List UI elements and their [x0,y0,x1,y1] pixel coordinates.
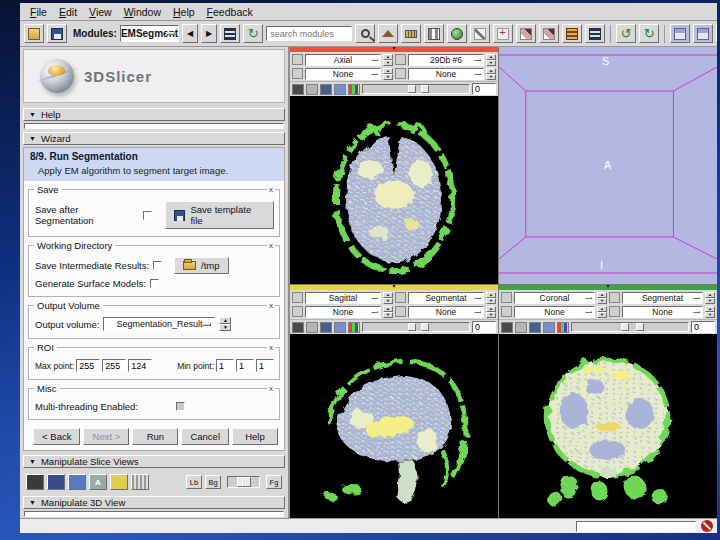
slider-handle[interactable] [621,323,629,331]
slice-visibility-button[interactable] [68,474,86,490]
sagittal-offset-field[interactable] [472,321,496,333]
section-help[interactable]: ▼ Help [23,108,285,121]
sagittal-opacity-spinner[interactable]: ▲▼ [383,292,393,304]
grid-icon[interactable] [320,84,332,95]
close-icon[interactable]: x [267,343,275,352]
coronal-orientation-dropdown[interactable]: Coronal [514,292,595,304]
axial-orientation-dropdown[interactable]: Axial [305,54,381,66]
background-layer-icon[interactable] [395,306,406,317]
coronal-background-dropdown[interactable]: None [622,306,703,318]
eye-icon[interactable] [306,322,318,333]
axial-bg-spinner[interactable]: ▲▼ [486,68,496,80]
menu-view[interactable]: View [87,5,120,19]
close-icon[interactable]: x [267,185,275,194]
sagittal-label-spinner[interactable]: ▲▼ [486,292,496,304]
measurements-button[interactable] [401,24,421,43]
slider-handle[interactable] [421,85,429,93]
annotation-button[interactable]: A [89,474,107,490]
roi-min-z-field[interactable] [256,359,274,372]
coronal-color-bar[interactable]: ▼ [499,285,717,290]
slider-handle[interactable] [408,85,416,93]
search-module-button[interactable] [355,24,375,43]
section-wizard[interactable]: ▼ Wizard [23,132,285,145]
layout-fourup-button[interactable] [693,24,713,43]
run-button[interactable]: Run [132,428,178,445]
axial-offset-field[interactable] [472,83,496,95]
axial-slice-image[interactable] [290,96,498,284]
volumes-module-button[interactable] [562,24,582,43]
slider-handle[interactable] [636,323,644,331]
output-volume-dropdown[interactable]: Segmentation_Result [103,317,215,331]
label-outline-icon[interactable] [543,322,555,333]
background-layer-button[interactable]: Bg [205,475,221,489]
save-after-seg-checkbox[interactable] [143,211,152,220]
undo-button[interactable]: ↺ [616,24,636,43]
editor-module-button[interactable] [470,24,490,43]
foreground-layer-icon[interactable] [292,68,303,79]
generate-surface-checkbox[interactable] [150,279,159,288]
module-back-button[interactable]: ◀ [182,24,198,43]
sagittal-slice-image[interactable] [290,334,498,518]
label-outline-icon[interactable] [334,84,346,95]
annotate-button[interactable] [539,24,559,43]
foreground-layer-icon[interactable] [501,306,512,317]
grid-icon[interactable] [320,322,332,333]
output-volume-spinner[interactable]: ▲▼ [219,317,231,331]
save-template-button[interactable]: Save template file [165,201,274,229]
coronal-label-dropdown[interactable]: Segmentat [622,292,703,304]
close-icon[interactable]: x [267,301,275,310]
foreground-layer-button[interactable]: Fg [266,475,282,489]
menu-file[interactable]: File [28,5,55,19]
coronal-offset-field[interactable] [691,321,715,333]
link-icon[interactable] [292,84,304,95]
colors-module-button[interactable] [447,24,467,43]
label-layer-icon[interactable] [609,292,620,303]
close-icon[interactable]: x [267,384,275,393]
pin-icon[interactable] [292,292,303,303]
axial-opacity-spinner[interactable]: ▲▼ [383,54,393,66]
sagittal-color-bar[interactable]: ▼ [290,285,498,290]
fit-to-window-button[interactable] [26,474,44,490]
link-icon[interactable] [292,322,304,333]
save-intermediate-checkbox[interactable] [153,261,162,270]
section-manipulate-3d-view[interactable]: ▼ Manipulate 3D View [23,496,285,509]
menu-feedback[interactable]: Feedback [205,5,261,19]
label-outline-icon[interactable] [334,322,346,333]
axial-color-bar[interactable]: ▼ [290,47,498,52]
eye-icon[interactable] [515,322,527,333]
axial-label-spinner[interactable]: ▲▼ [486,54,496,66]
coronal-foreground-dropdown[interactable]: None [514,306,595,318]
roi-max-y-field[interactable] [102,359,126,372]
sagittal-orientation-dropdown[interactable]: Sagittal [305,292,381,304]
background-layer-icon[interactable] [395,68,406,79]
axial-label-dropdown[interactable]: 29Db #6 [408,54,484,66]
transforms-button[interactable] [516,24,536,43]
close-icon[interactable]: x [267,241,275,250]
layout-3d-only-button[interactable] [716,24,717,43]
fade-slider[interactable] [227,476,260,488]
sagittal-bg-spinner[interactable]: ▲▼ [486,306,496,318]
eye-icon[interactable] [306,84,318,95]
status-message-field[interactable] [576,521,696,532]
menu-help[interactable]: Help [171,5,203,19]
pin-icon[interactable] [501,292,512,303]
load-scene-button[interactable] [24,24,44,43]
layout-conventional-button[interactable] [670,24,690,43]
link-icon[interactable] [501,322,513,333]
coronal-slice-image[interactable] [499,334,717,518]
coronal-fg-spinner[interactable]: ▲▼ [597,306,607,318]
coronal-offset-slider[interactable] [571,322,689,332]
error-indicator-icon[interactable] [701,520,713,532]
home-module-button[interactable] [378,24,398,43]
3d-viewer[interactable]: S A I [499,47,717,284]
slider-handle[interactable] [408,323,416,331]
colors-icon[interactable] [348,84,360,95]
cancel-button[interactable]: Cancel [181,428,229,445]
save-scene-button[interactable] [47,24,67,43]
label-layer-button[interactable]: Lb [186,475,202,489]
help-button[interactable]: Help [232,428,278,445]
background-layer-icon[interactable] [609,306,620,317]
axial-background-dropdown[interactable]: None [408,68,484,80]
working-directory-button[interactable]: /tmp [174,257,228,274]
redo-button[interactable]: ↻ [639,24,659,43]
